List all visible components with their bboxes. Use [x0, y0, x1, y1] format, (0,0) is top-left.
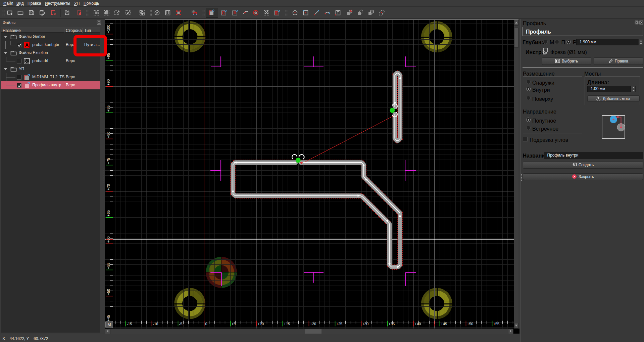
svg-text:+20: +20 [310, 322, 316, 326]
svg-text:-5: -5 [179, 322, 183, 326]
svg-text:+80: +80 [106, 132, 110, 138]
svg-text:+55: +55 [106, 263, 110, 269]
svg-text:+45: +45 [441, 322, 447, 326]
svg-text:+35: +35 [389, 322, 395, 326]
svg-text:+90: +90 [106, 79, 110, 86]
svg-text:-15: -15 [127, 322, 132, 326]
svg-text:+25: +25 [336, 322, 343, 326]
svg-text:+60: +60 [106, 237, 110, 243]
svg-text:+85: +85 [106, 105, 110, 112]
svg-text:+40: +40 [415, 322, 421, 326]
svg-text:+50: +50 [467, 322, 474, 326]
svg-text:+15: +15 [284, 322, 290, 326]
svg-text:+65: +65 [106, 210, 110, 217]
svg-text:+75: +75 [106, 158, 110, 164]
svg-text:+10: +10 [258, 322, 264, 326]
svg-text:0: 0 [205, 322, 207, 326]
svg-text:M: M [108, 323, 111, 327]
svg-text:+50: +50 [106, 289, 110, 295]
svg-text:+45: +45 [106, 315, 110, 322]
svg-text:+30: +30 [362, 322, 369, 326]
svg-text:+70: +70 [106, 184, 110, 190]
svg-text:+55: +55 [493, 322, 500, 326]
svg-text:+95: +95 [106, 53, 110, 59]
svg-text:+100: +100 [106, 25, 110, 33]
svg-text:+5: +5 [232, 322, 236, 326]
svg-text:A: A [25, 42, 29, 48]
svg-text:-10: -10 [153, 322, 158, 326]
